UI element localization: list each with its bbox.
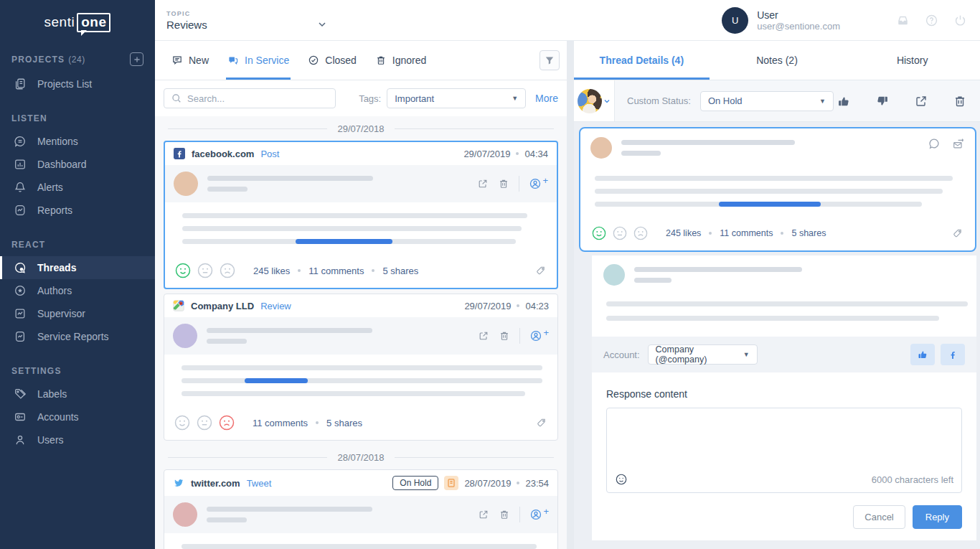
author-avatar	[173, 502, 197, 527]
assign-agent-button[interactable]: +	[529, 508, 549, 521]
trash-icon	[375, 55, 387, 66]
comment-icon[interactable]	[928, 137, 941, 150]
reply-button[interactable]: Reply	[913, 505, 962, 529]
sentiment-neutral-icon[interactable]	[197, 263, 213, 278]
likes-count[interactable]: 245 likes	[253, 266, 290, 276]
thread-kind-link[interactable]: Review	[260, 301, 291, 311]
open-external-icon[interactable]	[477, 178, 489, 189]
sidebar-item-projects-list[interactable]: Projects List	[0, 72, 155, 95]
sentiment-negative-icon[interactable]	[220, 263, 235, 278]
shares-count[interactable]: 5 shares	[382, 266, 418, 276]
shares-count[interactable]: 5 shares	[791, 228, 826, 238]
filters-row: Tags: Important ▼ More	[155, 80, 567, 116]
author-row: +	[164, 317, 557, 355]
response-textarea[interactable]	[607, 408, 961, 469]
thumbs-down-icon[interactable]	[875, 94, 890, 108]
sidebar-item-service-reports[interactable]: Service Reports	[0, 325, 155, 348]
assigned-agent-selector[interactable]	[574, 80, 615, 121]
tab-label: Ignored	[392, 55, 426, 66]
sidebar-item-accounts[interactable]: Accounts	[0, 405, 155, 428]
thread-kind-link[interactable]: Tweet	[247, 478, 272, 489]
search-input[interactable]	[187, 93, 329, 104]
add-project-button[interactable]	[130, 52, 143, 66]
emoji-picker-icon[interactable]	[615, 473, 628, 486]
more-filters-link[interactable]: More	[535, 93, 558, 104]
comments-count[interactable]: 11 comments	[308, 266, 364, 276]
thread-card-twitter[interactable]: twitter.com Tweet On Hold 28/07/2019 23:…	[164, 469, 558, 549]
sidebar-item-reports[interactable]: Reports	[0, 199, 155, 222]
open-external-icon[interactable]	[914, 94, 928, 108]
search-box[interactable]	[164, 88, 336, 108]
sidebar-item-mentions[interactable]: Mentions	[0, 130, 155, 153]
assign-agent-button[interactable]: +	[529, 177, 548, 190]
thumbs-up-icon[interactable]	[837, 94, 851, 108]
documents-icon	[14, 78, 27, 90]
sentiment-negative-icon[interactable]	[633, 226, 648, 240]
tab-in-service[interactable]: In Service	[227, 41, 289, 80]
note-icon	[446, 477, 457, 489]
open-external-icon[interactable]	[478, 509, 489, 520]
tag-icon[interactable]	[535, 265, 547, 276]
assign-agent-button[interactable]: +	[529, 329, 549, 342]
sidebar-item-threads[interactable]: Threads	[0, 256, 155, 279]
projects-count: (24)	[68, 55, 85, 65]
note-indicator-icon[interactable]	[444, 476, 458, 490]
tag-icon[interactable]	[952, 227, 963, 239]
topic-selector[interactable]: TOPIC Reviews	[166, 10, 328, 31]
skeleton-line	[207, 328, 372, 333]
cancel-button[interactable]: Cancel	[853, 505, 905, 529]
sentiment-neutral-icon[interactable]	[197, 415, 212, 431]
custom-status-select[interactable]: On Hold ▼	[700, 91, 834, 111]
sidebar-item-authors[interactable]: Authors	[0, 279, 155, 302]
tab-notes[interactable]: Notes (2)	[710, 41, 845, 80]
delete-icon[interactable]	[499, 330, 510, 342]
sidebar-item-alerts[interactable]: Alerts	[0, 176, 155, 199]
shares-count[interactable]: 5 shares	[326, 418, 362, 428]
thread-content-skeleton	[164, 355, 557, 408]
forward-email-icon[interactable]	[952, 137, 965, 150]
funnel-icon	[544, 55, 555, 66]
filter-button[interactable]	[540, 50, 560, 70]
delete-icon[interactable]	[499, 509, 510, 520]
inbox-icon[interactable]	[896, 14, 910, 27]
mentions-icon	[14, 135, 27, 148]
tab-thread-details[interactable]: Thread Details (4)	[574, 41, 710, 80]
comments-count[interactable]: 11 comments	[720, 228, 773, 238]
delete-icon[interactable]	[953, 94, 967, 108]
delete-icon[interactable]	[498, 178, 509, 189]
power-icon[interactable]	[953, 14, 967, 27]
skeleton-line	[634, 278, 672, 283]
tab-new[interactable]: New	[171, 41, 209, 80]
tags-select[interactable]: Important ▼	[387, 88, 526, 108]
sentiment-neutral-icon[interactable]	[613, 226, 627, 240]
accounts-icon	[14, 410, 27, 423]
comments-count[interactable]: 11 comments	[253, 418, 308, 428]
thread-card-google-review[interactable]: Company LLD Review 29/07/2019 04:23	[164, 294, 558, 441]
sentiment-positive-icon[interactable]	[174, 415, 190, 431]
likes-count[interactable]: 245 likes	[666, 228, 701, 238]
like-as-page-button[interactable]	[910, 344, 935, 365]
tab-label: In Service	[245, 55, 289, 66]
sentiment-positive-icon[interactable]	[175, 263, 191, 278]
sentiment-negative-icon[interactable]	[219, 415, 235, 431]
tag-icon[interactable]	[536, 417, 547, 428]
skeleton-line	[621, 140, 795, 145]
sidebar-item-supervisor[interactable]: Supervisor	[0, 302, 155, 325]
help-icon[interactable]	[925, 14, 938, 27]
sentiment-positive-icon[interactable]	[592, 226, 606, 240]
chat-in-service-icon	[227, 55, 239, 66]
sidebar-item-dashboard[interactable]: Dashboard	[0, 153, 155, 176]
sidebar-item-labels[interactable]: Labels	[0, 383, 155, 405]
tab-ignored[interactable]: Ignored	[375, 41, 426, 80]
sidebar-item-label: Dashboard	[37, 159, 87, 170]
open-external-icon[interactable]	[478, 330, 489, 342]
facebook-channel-button[interactable]	[941, 344, 965, 365]
account-select[interactable]: Company (@company) ▼	[648, 344, 758, 365]
thread-card-facebook[interactable]: facebook.com Post 29/07/2019 04:34	[164, 141, 558, 289]
tab-history[interactable]: History	[844, 41, 980, 80]
tab-closed[interactable]: Closed	[308, 41, 357, 80]
account-value: Company (@company)	[656, 344, 743, 365]
user-avatar[interactable]: U	[722, 7, 748, 34]
sidebar-item-users[interactable]: Users	[0, 428, 155, 451]
thread-kind-link[interactable]: Post	[260, 149, 279, 159]
